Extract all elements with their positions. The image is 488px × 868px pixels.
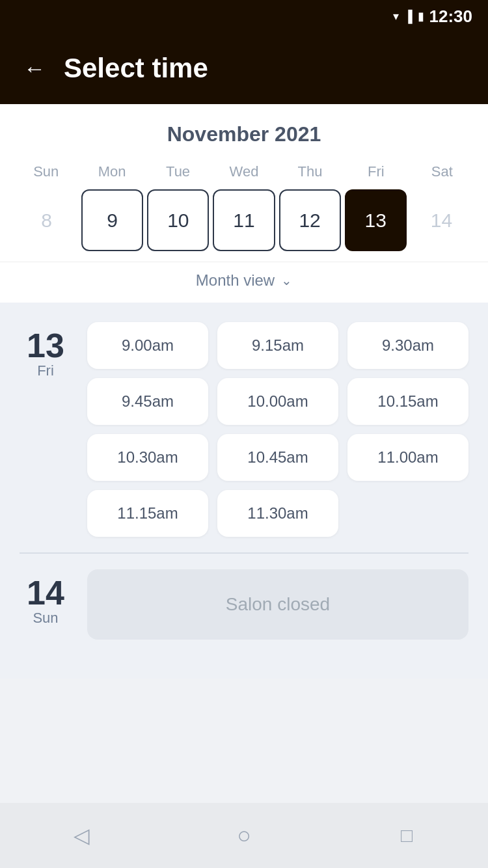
weekday-row: Sun Mon Tue Wed Thu Fri Sat	[13, 159, 475, 184]
slot-1045am[interactable]: 10.45am	[217, 434, 338, 481]
weekday-fri: Fri	[343, 159, 409, 184]
date-cell-11[interactable]: 11	[213, 189, 275, 251]
slot-1000am[interactable]: 10.00am	[217, 378, 338, 425]
day-label-13: 13 Fri	[20, 322, 72, 537]
slot-1130am[interactable]: 11.30am	[217, 490, 338, 537]
month-year-title: November 2021	[13, 122, 475, 146]
weekday-sun: Sun	[13, 159, 79, 184]
day-number-14: 14	[27, 576, 64, 610]
slot-900am[interactable]: 9.00am	[87, 322, 208, 369]
date-cell-12[interactable]: 12	[279, 189, 341, 251]
day-name-13: Fri	[37, 362, 54, 379]
app-header: ← Select time	[0, 33, 488, 104]
day-block-14: 14 Sun Salon closed	[20, 569, 468, 659]
battery-icon: ▮	[418, 9, 424, 23]
weekday-tue: Tue	[145, 159, 211, 184]
date-cell-10[interactable]: 10	[147, 189, 209, 251]
page-title: Select time	[64, 53, 208, 84]
day-block-13: 13 Fri 9.00am 9.15am 9.30am 9.45am 10.00…	[20, 322, 468, 537]
chevron-down-icon: ⌄	[281, 273, 292, 288]
closed-slots-14: Salon closed	[87, 569, 468, 640]
wifi-icon: ▾	[393, 9, 399, 23]
salon-closed-label: Salon closed	[87, 569, 468, 640]
day-label-14: 14 Sun	[20, 569, 72, 627]
date-row: 8 9 10 11 12 13 14	[13, 189, 475, 262]
day-number-13: 13	[27, 329, 64, 362]
day-name-14: Sun	[33, 610, 58, 627]
nav-home-button[interactable]: ○	[224, 816, 264, 855]
status-bar: ▾ ▐ ▮ 12:30	[0, 0, 488, 33]
month-view-label: Month view	[196, 271, 275, 290]
weekday-wed: Wed	[211, 159, 277, 184]
date-cell-9[interactable]: 9	[81, 189, 143, 251]
status-time: 12:30	[429, 7, 473, 27]
month-view-toggle[interactable]: Month view ⌄	[0, 262, 488, 303]
nav-recent-button[interactable]: □	[387, 816, 426, 855]
back-nav-icon: ◁	[74, 823, 90, 848]
date-cell-13[interactable]: 13	[345, 189, 407, 251]
date-cell-14[interactable]: 14	[411, 189, 472, 251]
bottom-nav: ◁ ○ □	[0, 803, 488, 868]
timeslots-section: 13 Fri 9.00am 9.15am 9.30am 9.45am 10.00…	[0, 303, 488, 679]
slot-915am[interactable]: 9.15am	[217, 322, 338, 369]
section-divider	[20, 552, 468, 554]
date-cell-8[interactable]: 8	[16, 189, 77, 251]
calendar-section: November 2021 Sun Mon Tue Wed Thu Fri Sa…	[0, 104, 488, 262]
slots-grid-13: 9.00am 9.15am 9.30am 9.45am 10.00am 10.1…	[87, 322, 468, 537]
slot-1115am[interactable]: 11.15am	[87, 490, 208, 537]
slot-1100am[interactable]: 11.00am	[347, 434, 468, 481]
weekday-sat: Sat	[409, 159, 475, 184]
signal-icon: ▐	[404, 10, 413, 23]
slot-1015am[interactable]: 10.15am	[347, 378, 468, 425]
weekday-thu: Thu	[277, 159, 343, 184]
slot-930am[interactable]: 9.30am	[347, 322, 468, 369]
weekday-mon: Mon	[79, 159, 144, 184]
slot-945am[interactable]: 9.45am	[87, 378, 208, 425]
back-button[interactable]: ←	[23, 57, 46, 79]
status-icons: ▾ ▐ ▮ 12:30	[393, 7, 472, 27]
slot-1030am[interactable]: 10.30am	[87, 434, 208, 481]
home-nav-icon: ○	[237, 822, 251, 849]
nav-back-button[interactable]: ◁	[62, 816, 101, 855]
recent-nav-icon: □	[401, 824, 413, 847]
